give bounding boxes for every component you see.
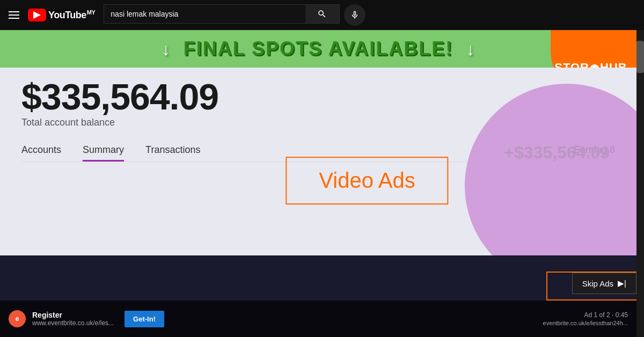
ad-url-text: www.eventbrite.co.uk/e/les...	[32, 319, 114, 327]
tab-summary[interactable]: Summary	[83, 144, 124, 162]
video-ads-label: Video Ads	[319, 169, 415, 192]
ad-url-footer: eventbrite.co.uk/e/lessthan24h...	[543, 320, 628, 326]
youtube-logo-text: YouTubeMY	[48, 9, 95, 21]
get-in-button[interactable]: Get-In!	[125, 311, 164, 327]
hamburger-menu[interactable]	[9, 11, 19, 19]
search-button[interactable]	[305, 4, 340, 24]
skip-ads-button[interactable]: Skip Ads ▶|	[572, 273, 636, 294]
search-input[interactable]	[104, 4, 305, 24]
ad-register-text: Register	[32, 311, 114, 319]
skip-ads-label: Skip Ads	[582, 279, 613, 288]
scrollbar-thumb[interactable]	[636, 41, 644, 73]
search-bar-container	[104, 4, 365, 26]
tab-transactions[interactable]: Transactions	[145, 144, 200, 162]
ad-counter: Ad 1 of 2 · 0:45 eventbrite.co.uk/e/less…	[543, 311, 628, 326]
youtube-header: YouTubeMY	[0, 0, 644, 30]
chart-area: +$335,564.09	[422, 137, 636, 255]
video-main-content: $335,564.09 Total account balance Accoun…	[0, 68, 636, 255]
green-banner: ↓ FINAL SPOTS AVAILABLE! ↓	[0, 30, 636, 68]
video-ads-button[interactable]: Video Ads	[286, 157, 448, 204]
mic-icon	[350, 10, 360, 20]
ad-info-bar: e Register www.eventbrite.co.uk/e/les...…	[0, 301, 636, 337]
mic-button[interactable]	[344, 4, 365, 26]
banner-text: FINAL SPOTS AVAILABLE!	[184, 38, 453, 60]
skip-arrow-icon: ▶|	[618, 279, 626, 288]
tab-accounts[interactable]: Accounts	[21, 144, 61, 162]
ad-counter-text: Ad 1 of 2 · 0:45	[584, 311, 628, 319]
ad-text-group: Register www.eventbrite.co.uk/e/les...	[32, 311, 114, 327]
arrow-left: ↓	[162, 40, 170, 60]
video-frame: ↓ FINAL SPOTS AVAILABLE! ↓ STOReHUB $335…	[0, 30, 636, 337]
video-area: ↓ FINAL SPOTS AVAILABLE! ↓ STOReHUB $335…	[0, 30, 636, 337]
youtube-logo-icon	[28, 9, 46, 21]
scrollbar[interactable]	[636, 30, 644, 337]
search-icon	[317, 9, 327, 19]
youtube-logo[interactable]: YouTubeMY	[28, 9, 95, 21]
main-content: ↓ FINAL SPOTS AVAILABLE! ↓ STOReHUB $335…	[0, 30, 644, 337]
eventbrite-logo: e	[9, 310, 26, 327]
arrow-right: ↓	[466, 40, 475, 60]
